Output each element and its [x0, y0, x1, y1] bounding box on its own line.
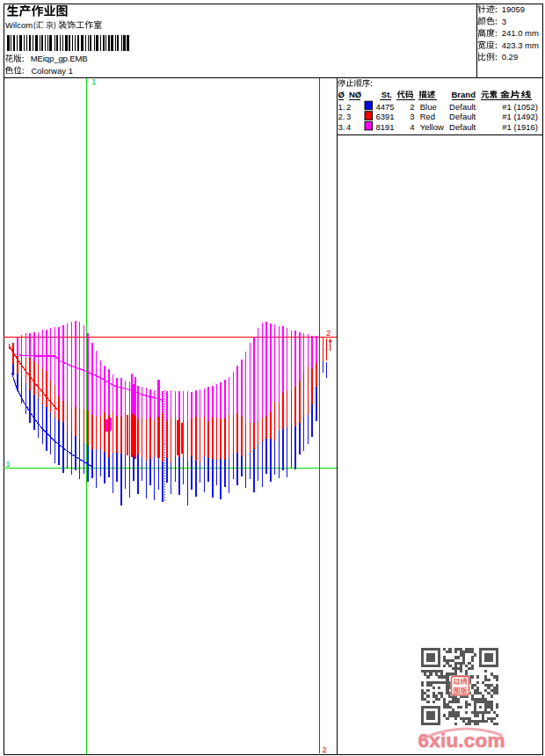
svg-text:3: 3: [502, 17, 506, 26]
svg-text:Yellow: Yellow: [420, 122, 444, 132]
svg-text:St.: St.: [382, 90, 392, 99]
svg-text:8191: 8191: [375, 122, 394, 132]
svg-text:Default: Default: [449, 112, 476, 121]
svg-text:1: 1: [91, 77, 96, 86]
svg-text:6391: 6391: [375, 112, 394, 121]
svg-text:Default: Default: [449, 102, 476, 112]
svg-text:2: 2: [326, 328, 331, 338]
svg-text:1.: 1.: [338, 102, 345, 112]
svg-text:NØ: NØ: [349, 90, 361, 99]
svg-text:241.0 mm: 241.0 mm: [502, 28, 539, 38]
svg-text:2: 2: [323, 745, 327, 754]
svg-text:Default: Default: [449, 122, 476, 132]
svg-text:Colorway 1: Colorway 1: [31, 66, 73, 76]
svg-text:4: 4: [346, 122, 351, 132]
svg-text:4475: 4475: [375, 102, 394, 112]
svg-text:Ø: Ø: [338, 90, 345, 99]
svg-text:Red: Red: [420, 112, 435, 121]
svg-text:#1 (1492): #1 (1492): [502, 112, 538, 121]
svg-text:4: 4: [410, 122, 414, 132]
svg-text:6xiu.com: 6xiu.com: [418, 730, 505, 752]
svg-text:0.29: 0.29: [502, 52, 519, 62]
svg-text:#1 (1916): #1 (1916): [502, 122, 538, 132]
svg-text:3: 3: [346, 112, 351, 121]
svg-text:1: 1: [6, 460, 11, 469]
svg-text:2.: 2.: [338, 112, 345, 121]
svg-text:Blue: Blue: [420, 102, 437, 112]
svg-text:423.3 mm: 423.3 mm: [502, 40, 539, 50]
svg-text:#1 (1052): #1 (1052): [502, 102, 538, 112]
svg-text:19059: 19059: [502, 4, 525, 14]
svg-text:Wilcom: Wilcom: [5, 20, 33, 30]
svg-text:3.: 3.: [338, 122, 345, 132]
svg-text:2: 2: [346, 102, 351, 112]
svg-text:3: 3: [410, 112, 414, 121]
svg-text:MEiqp_gp.EMB: MEiqp_gp.EMB: [31, 54, 88, 63]
svg-text:2: 2: [410, 102, 414, 112]
svg-text:Brand: Brand: [452, 90, 476, 99]
